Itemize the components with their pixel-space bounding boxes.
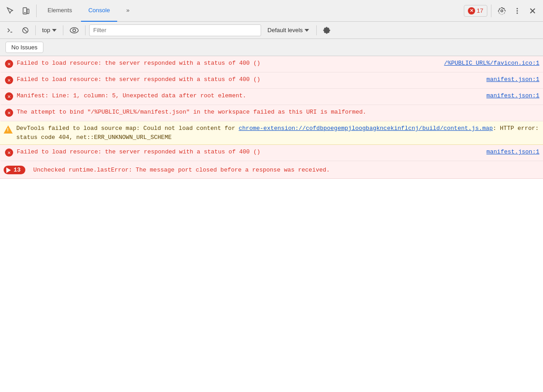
console-divider-1 bbox=[35, 25, 36, 35]
filter-input[interactable] bbox=[89, 24, 261, 36]
more-options-button[interactable] bbox=[510, 4, 524, 18]
console-entry: ✕ manifest.json:1 Manifest: Line: 1, col… bbox=[0, 89, 543, 105]
svg-point-5 bbox=[517, 12, 518, 14]
error-icon: ✕ bbox=[5, 60, 13, 68]
svg-rect-0 bbox=[23, 8, 27, 14]
execute-script-button[interactable] bbox=[4, 25, 16, 36]
entry-text: /%PUBLIC_URL%/favicon.ico:1 Failed to lo… bbox=[17, 59, 539, 68]
no-issues-button[interactable]: No Issues bbox=[5, 42, 43, 53]
entry-link[interactable]: manifest.json:1 bbox=[486, 91, 539, 100]
entry-link[interactable]: manifest.json:1 bbox=[486, 75, 539, 84]
console-entry: ✕ The attempt to bind "/%PUBLIC_URL%/man… bbox=[0, 105, 543, 121]
error-count: 17 bbox=[477, 7, 483, 14]
error-icon: ✕ bbox=[5, 76, 13, 84]
entry-link[interactable]: manifest.json:1 bbox=[486, 148, 539, 157]
toolbar-divider-2 bbox=[491, 5, 491, 17]
entry-text: manifest.json:1 Manifest: Line: 1, colum… bbox=[17, 91, 539, 100]
svg-point-12 bbox=[73, 29, 76, 32]
console-messages-area: ✕ /%PUBLIC_URL%/favicon.ico:1 Failed to … bbox=[0, 56, 543, 392]
tab-elements[interactable]: Elements bbox=[40, 0, 79, 22]
error-circle-icon: ✕ bbox=[468, 7, 475, 14]
grouped-entry-icon: 13 bbox=[4, 166, 30, 174]
tab-console[interactable]: Console bbox=[81, 0, 117, 22]
context-label: top bbox=[42, 27, 50, 33]
log-levels-button[interactable]: Default levels bbox=[264, 25, 313, 35]
entry-text: The attempt to bind "/%PUBLIC_URL%/manif… bbox=[17, 108, 539, 117]
settings-button[interactable] bbox=[495, 4, 509, 18]
device-mode-button[interactable] bbox=[19, 4, 33, 18]
error-count-badge[interactable]: 13 bbox=[4, 166, 25, 174]
svg-rect-1 bbox=[27, 9, 29, 14]
entry-text: manifest.json:1 Failed to load resource:… bbox=[17, 75, 539, 84]
console-divider-2 bbox=[63, 25, 63, 35]
console-entry: ✕ manifest.json:1 Failed to load resourc… bbox=[0, 72, 543, 89]
error-count-button[interactable]: ✕ 17 bbox=[464, 5, 487, 17]
issues-bar: No Issues bbox=[0, 39, 543, 56]
console-divider-4 bbox=[316, 25, 317, 35]
live-expressions-button[interactable] bbox=[67, 25, 81, 35]
svg-point-4 bbox=[517, 10, 518, 11]
console-entry: DevTools failed to load source map: Coul… bbox=[0, 121, 543, 145]
entry-link[interactable]: /%PUBLIC_URL%/favicon.ico:1 bbox=[444, 59, 539, 68]
console-toolbar: top Default levels bbox=[0, 22, 543, 39]
console-entry: ✕ manifest.json:1 Failed to load resourc… bbox=[0, 145, 543, 161]
error-icon: ✕ bbox=[5, 148, 13, 157]
console-divider-3 bbox=[85, 25, 86, 35]
log-levels-label: Default levels bbox=[267, 27, 303, 33]
toolbar-divider-1 bbox=[36, 5, 37, 17]
clear-console-button[interactable] bbox=[19, 25, 32, 36]
warning-icon bbox=[4, 125, 13, 134]
console-entry: ✕ /%PUBLIC_URL%/favicon.ico:1 Failed to … bbox=[0, 56, 543, 72]
entry-link[interactable]: chrome-extension://cofdbpoegempjloogbagk… bbox=[238, 125, 493, 132]
warning-icon-container bbox=[4, 125, 13, 134]
play-icon bbox=[6, 167, 11, 173]
devtools-toolbar: Elements Console » ✕ 17 bbox=[0, 0, 543, 22]
error-icon: ✕ bbox=[5, 109, 13, 117]
error-group-count: 13 bbox=[14, 167, 21, 173]
inspect-element-button[interactable] bbox=[4, 4, 17, 18]
entry-text: Unchecked runtime.lastError: The message… bbox=[33, 166, 539, 175]
error-icon: ✕ bbox=[5, 92, 13, 100]
entry-text: manifest.json:1 Failed to load resource:… bbox=[17, 148, 539, 157]
tab-more[interactable]: » bbox=[119, 0, 137, 22]
console-entry: 13 Unchecked runtime.lastError: The mess… bbox=[0, 161, 543, 179]
svg-line-10 bbox=[24, 29, 27, 32]
svg-point-11 bbox=[70, 28, 78, 33]
svg-point-3 bbox=[517, 8, 518, 9]
close-devtools-button[interactable] bbox=[526, 4, 539, 18]
console-settings-button[interactable] bbox=[320, 25, 333, 36]
context-selector[interactable]: top bbox=[39, 25, 59, 35]
entry-text: DevTools failed to load source map: Coul… bbox=[16, 124, 539, 142]
